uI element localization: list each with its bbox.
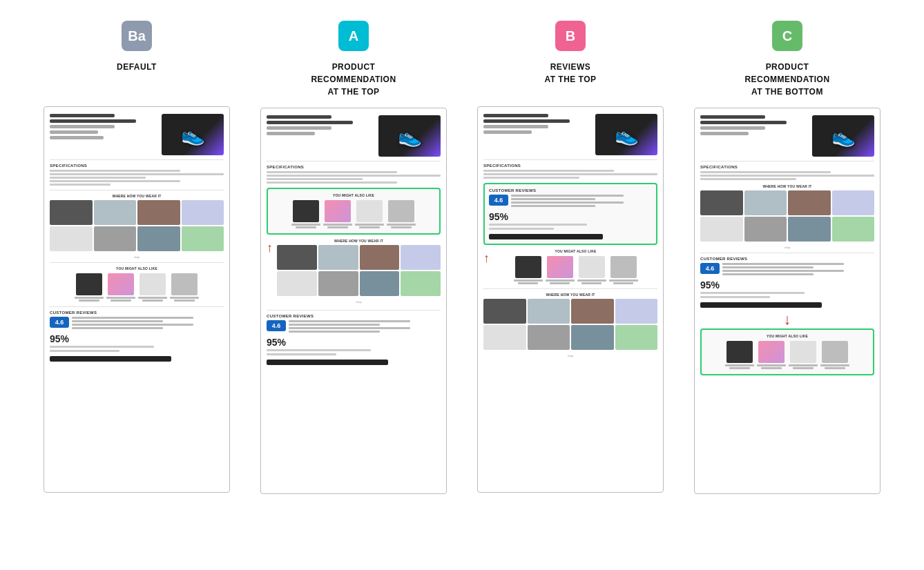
title-c: PRODUCTRECOMMENDATIONAT THE BOTTOM xyxy=(744,61,829,98)
reviews-strip-b: CUSTOMER REVIEWS 4.6 95% xyxy=(483,183,657,245)
variant-ba: Ba DEFAULT 👟 SPECIFICATIONS xyxy=(37,21,237,493)
arrow-down-c: ↓ xyxy=(700,312,874,327)
arrow-up-a: ↑ xyxy=(267,239,273,254)
badge-c[interactable]: C xyxy=(772,21,802,51)
badge-b[interactable]: B xyxy=(555,21,586,51)
arrow-up-b: ↑ xyxy=(483,249,490,264)
badge-a[interactable]: A xyxy=(338,21,369,51)
mockup-ba: 👟 SPECIFICATIONS WHERE HOW YOU WEAR IT xyxy=(44,106,230,493)
mockup-c: 👟 SPECIFICATIONS WHERE HOW YOU WEAR IT xyxy=(694,108,880,494)
variant-c: C PRODUCTRECOMMENDATIONAT THE BOTTOM 👟 S… xyxy=(687,21,887,494)
title-ba: DEFAULT xyxy=(117,61,157,97)
title-a: PRODUCTRECOMMENDATIONAT THE TOP xyxy=(311,61,396,98)
variant-b: B REVIEWSAT THE TOP 👟 SPECIFICATIONS xyxy=(470,21,671,493)
variant-a: A PRODUCTRECOMMENDATIONAT THE TOP 👟 SPEC… xyxy=(253,21,454,494)
rec-strip-a: YOU MIGHT ALSO LIKE xyxy=(267,188,441,235)
title-b: REVIEWSAT THE TOP xyxy=(544,61,596,97)
badge-ba[interactable]: Ba xyxy=(122,21,152,51)
mockup-b: 👟 SPECIFICATIONS CUSTOMER REVIEWS 4.6 xyxy=(477,106,664,493)
rec-strip-c: YOU MIGHT ALSO LIKE xyxy=(700,328,874,375)
mockup-a: 👟 SPECIFICATIONS YOU MIGHT ALSO LIKE xyxy=(260,108,447,494)
main-container: Ba DEFAULT 👟 SPECIFICATIONS xyxy=(14,21,910,494)
